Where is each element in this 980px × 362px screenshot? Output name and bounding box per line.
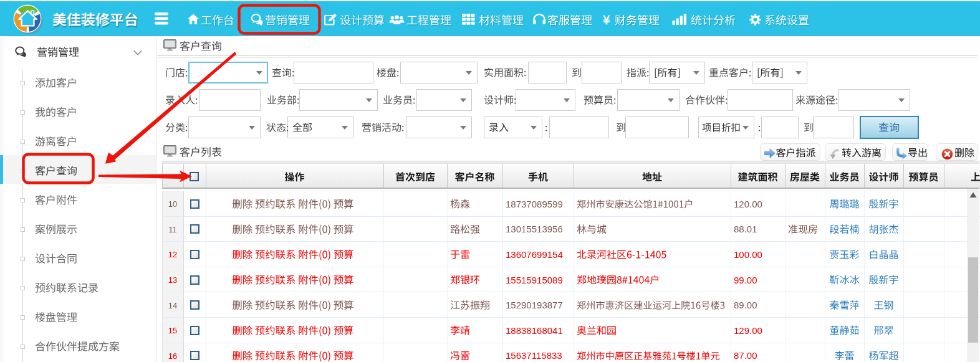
svg-text:15290193877: 15290193877: [506, 300, 563, 310]
svg-text:129.00: 129.00: [734, 325, 762, 336]
svg-text:18838168041: 18838168041: [506, 325, 563, 336]
svg-text:15515915089: 15515915089: [506, 275, 563, 285]
svg-text:120.00: 120.00: [734, 199, 762, 209]
svg-text:16: 16: [168, 351, 177, 361]
svg-text:15637115833: 15637115833: [506, 350, 562, 361]
svg-text:99.00: 99.00: [734, 275, 757, 285]
svg-text:13: 13: [168, 275, 177, 285]
svg-text:100.00: 100.00: [734, 249, 762, 260]
svg-text:87.00: 87.00: [734, 350, 757, 361]
svg-text:11: 11: [168, 225, 177, 234]
svg-text:13607699154: 13607699154: [506, 249, 563, 260]
svg-text:13015513956: 13015513956: [506, 224, 563, 234]
svg-text:14: 14: [168, 301, 177, 310]
svg-text:15: 15: [168, 326, 177, 335]
svg-text:18737089599: 18737089599: [506, 199, 563, 209]
svg-text:12: 12: [168, 250, 177, 259]
svg-text:88.01: 88.01: [734, 224, 757, 234]
svg-text:10: 10: [168, 199, 177, 209]
svg-text:89.00: 89.00: [734, 300, 757, 310]
